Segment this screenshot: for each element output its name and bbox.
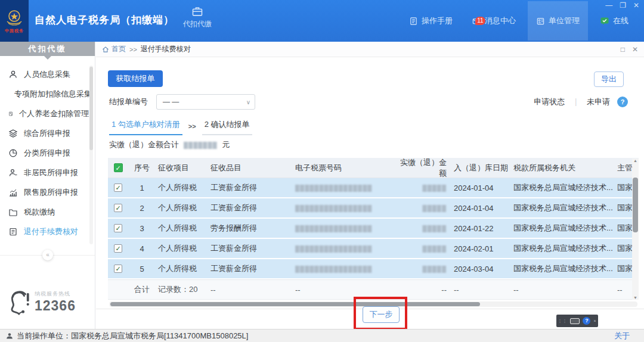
sidebar-scrollbar-thumb[interactable] bbox=[89, 67, 93, 150]
operator-person-icon bbox=[6, 332, 13, 340]
folder-icon bbox=[8, 207, 18, 217]
cell-item: 个人所得税 bbox=[156, 223, 208, 234]
scroll-down-arrow[interactable]: ▼ bbox=[632, 296, 639, 300]
table-row[interactable]: ✓ 2 个人所得税 工资薪金所得 ████████████████ █████ … bbox=[108, 198, 639, 219]
sidebar-item-refund-fee-check[interactable]: 退付手续费核对 bbox=[0, 222, 89, 241]
select-all-checkbox[interactable]: ✓ bbox=[114, 163, 123, 172]
manual-link[interactable]: 操作手册 bbox=[402, 10, 460, 32]
col-header-date: 入（退）库日期 bbox=[453, 163, 511, 173]
home-icon bbox=[102, 46, 109, 53]
main-panel: 首页 >> 退付手续费核对 □ ✕ 获取结报单 导出 结报单编号 — — ∨ 申… bbox=[96, 42, 644, 329]
sidebar-item-label: 税款缴纳 bbox=[24, 207, 55, 217]
breadcrumb-home[interactable]: 首页 bbox=[102, 44, 126, 54]
cell-amount-masked: █████ bbox=[395, 185, 453, 191]
sidebar-item-pension-deduction[interactable]: 个人养老金扣除管理 bbox=[0, 104, 89, 123]
cell-seq: 3 bbox=[128, 224, 156, 233]
message-badge: 11 bbox=[475, 17, 485, 25]
sidebar-item-comprehensive-income[interactable]: 综合所得申报 bbox=[0, 123, 89, 143]
vertical-scrollbar-thumb[interactable] bbox=[633, 178, 638, 232]
table-row[interactable]: ✓ 4 个人所得税 工资薪金所得 ████████████████ █████ … bbox=[108, 239, 639, 259]
sidebar-item-restricted-stock[interactable]: 限售股所得申报 bbox=[0, 182, 89, 202]
export-button[interactable]: 导出 bbox=[594, 71, 624, 87]
window-controls: — ❐ ✕ bbox=[605, 1, 639, 10]
sidebar-header: 代扣代缴 bbox=[0, 42, 95, 56]
table-row[interactable]: ✓ 5 个人所得税 工资薪金所得 ████████████████ █████ … bbox=[108, 259, 639, 279]
tax-emblem-logo: 中国税务 bbox=[0, 0, 29, 42]
row-checkbox[interactable]: ✓ bbox=[114, 224, 122, 232]
toolbar-dots: × bbox=[593, 319, 596, 323]
col-header-amount: 实缴（退）金额 bbox=[395, 157, 453, 179]
tab-withholding[interactable]: 代扣代缴 bbox=[175, 5, 220, 29]
about-link[interactable]: 关于 bbox=[614, 331, 630, 341]
sidebar-item-personnel-info[interactable]: 人员信息采集 bbox=[0, 64, 89, 84]
cell-item: 个人所得税 bbox=[156, 182, 208, 193]
row-checkbox[interactable]: ✓ bbox=[114, 265, 122, 273]
help-icon[interactable]: ? bbox=[617, 97, 628, 107]
summary-unit: 元 bbox=[222, 139, 230, 150]
online-icon bbox=[600, 16, 609, 26]
org-icon bbox=[536, 17, 545, 26]
footer-dash: -- bbox=[395, 285, 453, 294]
cell-authority: 国家税务总局宣城经济技术... bbox=[511, 263, 617, 274]
minimize-button[interactable]: — bbox=[605, 1, 612, 10]
sidebar-item-label: 人员信息采集 bbox=[24, 69, 70, 80]
horizontal-scrollbar-thumb[interactable] bbox=[110, 302, 480, 306]
cell-item: 个人所得税 bbox=[156, 263, 208, 274]
sidebar-menu: 人员信息采集 专项附加扣除信息采集 个人养老金扣除管理 bbox=[0, 64, 89, 241]
cell-authority: 国家税务总局宣城经济技术... bbox=[511, 182, 617, 193]
hotline-head-icon bbox=[6, 288, 31, 316]
report-number-select[interactable]: — — ∨ bbox=[156, 94, 255, 110]
panel-maximize-button[interactable]: □ bbox=[621, 45, 625, 54]
col-header-authority: 税款所属税务机关 bbox=[511, 163, 617, 173]
summary-masked-value: ███████ bbox=[184, 142, 218, 148]
sidebar-item-tax-payment[interactable]: 税款缴纳 bbox=[0, 202, 89, 222]
org-management-link[interactable]: 单位管理 bbox=[528, 1, 588, 41]
sidebar-item-nonresident-income[interactable]: 非居民所得申报 bbox=[0, 163, 89, 182]
cell-eticket-masked: ████████████████ bbox=[293, 225, 395, 232]
cell-amount-masked: █████ bbox=[395, 205, 453, 212]
message-center-link[interactable]: 11 消息中心 bbox=[465, 10, 523, 32]
org-management-label: 单位管理 bbox=[549, 15, 580, 26]
header-links: 操作手册 11 消息中心 单位管理 bbox=[402, 0, 636, 42]
checklist-table: ✓ 序号 征收项目 征收品目 电子税票号码 实缴（退）金额 入（退）库日期 税款… bbox=[108, 158, 639, 300]
footer-dash: -- bbox=[208, 285, 293, 294]
stock-chart-icon bbox=[8, 188, 18, 197]
cell-eticket-masked: ████████████████ bbox=[293, 205, 395, 212]
table-row[interactable]: ✓ 1 个人所得税 工资薪金所得 ████████████████ █████ … bbox=[108, 178, 639, 198]
camera-icon[interactable] bbox=[570, 318, 580, 324]
toolbar-help-icon[interactable]: ? bbox=[583, 317, 590, 325]
row-checkbox[interactable]: ✓ bbox=[114, 204, 122, 212]
cell-eticket-masked: ████████████████ bbox=[293, 185, 395, 191]
cell-item: 个人所得税 bbox=[156, 203, 208, 213]
col-header-eticket: 电子税票号码 bbox=[293, 163, 395, 173]
step-2-tab[interactable]: 2 确认结报单 bbox=[202, 119, 252, 135]
online-status-link[interactable]: 在线 bbox=[593, 10, 636, 32]
sidebar-item-label: 专项附加扣除信息采集 bbox=[14, 89, 92, 100]
cell-category: 工资薪金所得 bbox=[208, 263, 293, 274]
sidebar-item-classified-income[interactable]: 分类所得申报 bbox=[0, 143, 89, 163]
next-step-button[interactable]: 下一步 bbox=[363, 306, 400, 323]
message-center-label: 消息中心 bbox=[485, 15, 516, 26]
sidebar-collapse-button[interactable]: « bbox=[42, 250, 53, 260]
cell-category: 工资薪金所得 bbox=[208, 182, 293, 193]
hotline-number: 12366 bbox=[35, 298, 76, 314]
row-checkbox[interactable]: ✓ bbox=[114, 184, 122, 192]
row-checkbox[interactable]: ✓ bbox=[114, 244, 122, 253]
sidebar-item-special-deduction[interactable]: 专项附加扣除信息采集 bbox=[0, 84, 89, 104]
layers-icon bbox=[8, 129, 18, 138]
table-vertical-scrollbar[interactable]: ▲ ▼ bbox=[632, 158, 639, 300]
footer-dash: -- bbox=[293, 285, 395, 294]
cell-date: 2024-02-01 bbox=[453, 244, 511, 253]
cell-amount-masked: █████ bbox=[395, 266, 453, 272]
close-button[interactable]: ✕ bbox=[633, 1, 639, 10]
restore-button[interactable]: ❐ bbox=[620, 1, 626, 10]
sidebar-scrollbar[interactable] bbox=[89, 66, 93, 244]
table-row[interactable]: ✓ 3 个人所得税 劳务报酬所得 ████████████████ █████ … bbox=[108, 219, 639, 239]
panel-close-button[interactable]: ✕ bbox=[632, 45, 638, 54]
summary-label: 实缴（退）金额合计 bbox=[109, 139, 179, 150]
step-1-tab[interactable]: 1 勾选单户核对清册 bbox=[109, 119, 182, 135]
national-emblem-icon bbox=[5, 8, 24, 27]
briefcase-icon bbox=[191, 5, 204, 17]
scroll-up-arrow[interactable]: ▲ bbox=[632, 158, 639, 163]
fetch-settlement-button[interactable]: 获取结报单 bbox=[108, 70, 163, 87]
